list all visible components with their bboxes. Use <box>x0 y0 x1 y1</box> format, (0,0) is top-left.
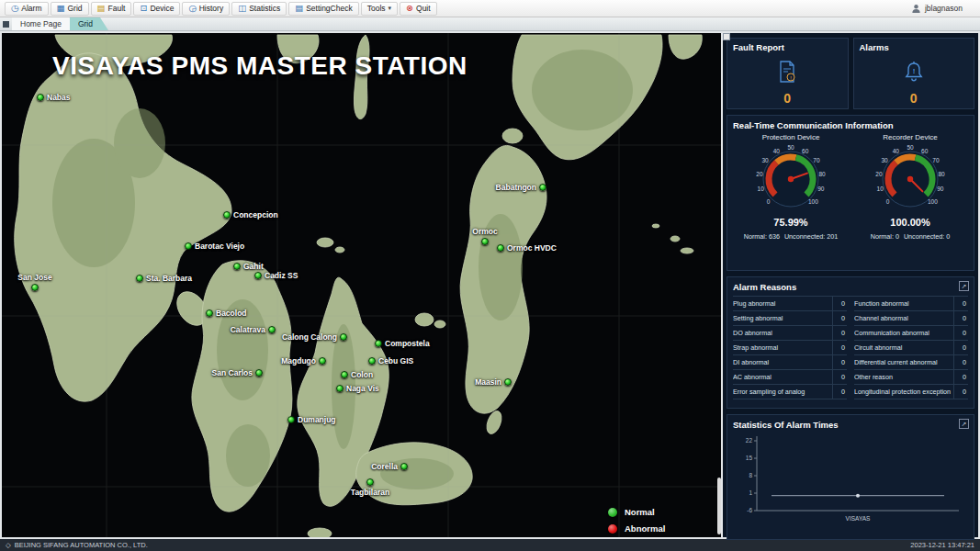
station-label: Babatngon <box>496 183 536 192</box>
toolbar-button-fault[interactable]: ▤Fault <box>91 2 132 16</box>
alarm-reason-label: Error sampling of analog <box>733 385 832 399</box>
station-status-dot <box>185 242 192 250</box>
right-sidebar: Fault Report ! 0 Alarms <box>723 33 978 537</box>
sidebar-splitter-handle[interactable] <box>723 33 730 40</box>
station-status-dot <box>504 378 512 386</box>
station-status-dot <box>340 333 347 341</box>
alarm-reason-row-do-abnormal: DO abnormal0 <box>733 326 847 341</box>
gauge-dial-svg: 0102030405060708090100 <box>739 142 842 216</box>
svg-text:22: 22 <box>746 437 753 444</box>
gauge-unconnected-count: Unconnected: 201 <box>784 232 838 241</box>
tab-grid[interactable]: Grid <box>70 17 108 30</box>
station-label: Compostela <box>385 339 430 348</box>
station-label: Nabas <box>47 93 71 102</box>
map-area[interactable]: VISAYAS PMS MASTER STATION NabasSan Jose… <box>2 33 721 537</box>
statistics-icon: ◫ <box>238 4 246 13</box>
station-status-dot <box>136 275 143 282</box>
realtime-comm-panel: Real-Time Communication Information Prot… <box>727 115 974 271</box>
svg-text:15: 15 <box>746 455 753 461</box>
station-label: Calatrava <box>231 325 265 334</box>
alarm-reason-count: 0 <box>953 311 968 325</box>
svg-text:80: 80 <box>818 171 826 177</box>
fault-report-icon: ! <box>733 52 842 92</box>
gauge-counts: Normal: 636Unconnected: 201 <box>744 232 839 241</box>
svg-text:30: 30 <box>881 157 888 163</box>
station-status-dot <box>366 478 374 486</box>
expand-alarm-reasons-icon[interactable]: ↗ <box>959 281 969 291</box>
station-status-dot <box>223 211 231 219</box>
alarm-reason-row-differential-current-abnormal: Differential current abnormal0 <box>854 355 968 370</box>
alarm-reason-label: Strap abnormal <box>733 341 832 354</box>
alarm-reason-row-other-reason: Other reason0 <box>854 370 968 385</box>
alarm-reasons-column: Plug abnormal0Setting abnormal0DO abnorm… <box>733 297 847 399</box>
toolbar-button-statistics[interactable]: ◫Statistics <box>231 2 287 16</box>
alarm-reason-label: DO abnormal <box>733 326 832 340</box>
alarm-reason-row-di-abnormal: DI abnormal0 <box>733 355 847 370</box>
svg-text:20: 20 <box>875 171 883 177</box>
gauge-device-label: Recorder Device <box>883 133 938 141</box>
svg-text:60: 60 <box>921 148 929 154</box>
pms-application: ◷Alarm▦Grid▤Fault⊡Device◶History◫Statist… <box>0 0 980 551</box>
expand-alarm-statistics-icon[interactable]: ↗ <box>959 419 969 429</box>
svg-text:100: 100 <box>928 198 938 205</box>
user-menu[interactable]: jblagnason <box>911 4 975 14</box>
realtime-comm-title: Real-Time Communication Information <box>733 120 968 130</box>
toolbar-button-tools[interactable]: Tools▾ <box>361 2 398 16</box>
map-legend: NormalAbnormal <box>608 507 665 534</box>
toolbar-button-history[interactable]: ◶History <box>182 2 230 16</box>
fault-report-card[interactable]: Fault Report ! 0 <box>727 38 849 109</box>
alarm-times-chart-box: 221581-6VISAYAS <box>733 432 968 534</box>
toolbar-button-alarm[interactable]: ◷Alarm <box>5 2 49 16</box>
toolbar-button-label: SettingCheck <box>306 4 353 13</box>
legend-normal-dot <box>608 508 617 517</box>
alarm-icon: ◷ <box>11 4 18 13</box>
alarms-card[interactable]: Alarms ! 0 <box>853 38 975 109</box>
station-label: San Carlos <box>212 368 253 377</box>
alarm-reason-count: 0 <box>832 370 847 384</box>
tab-home-page[interactable]: Home Page <box>12 17 77 30</box>
alarm-reason-label: AC abnormal <box>733 370 832 384</box>
station-label: San Jose <box>17 273 51 282</box>
legend-label: Normal <box>625 507 655 517</box>
grid-icon: ▦ <box>57 4 65 13</box>
alarm-reason-label: Channel abnormal <box>854 311 953 325</box>
alarm-reason-label: Circuit abnormal <box>854 341 953 354</box>
toolbar-button-quit[interactable]: ⊗Quit <box>400 2 437 16</box>
alarm-reasons-grid: Plug abnormal0Setting abnormal0DO abnorm… <box>733 296 968 399</box>
map-scrollbar[interactable] <box>717 478 721 534</box>
alarm-reason-count: 0 <box>832 341 847 354</box>
station-label: Naga Vis <box>346 384 379 393</box>
alarm-reason-row-error-sampling-of-analog: Error sampling of analog0 <box>733 385 847 399</box>
toolbar-button-settingcheck[interactable]: ▤SettingCheck <box>288 2 359 16</box>
station-label: Ormoc <box>472 227 497 236</box>
fault-report-title: Fault Report <box>733 42 842 52</box>
svg-text:60: 60 <box>802 148 809 154</box>
toolbar-button-grid[interactable]: ▦Grid <box>51 2 89 16</box>
toolbar-button-label: History <box>199 4 223 13</box>
station-status-dot <box>481 238 489 245</box>
alarm-reasons-title: Alarm Reasons <box>733 282 968 292</box>
summary-cards: Fault Report ! 0 Alarms <box>727 38 974 109</box>
alarm-reason-count: 0 <box>953 370 968 384</box>
station-status-dot <box>497 244 504 252</box>
station-label: Barotac Viejo <box>195 242 244 251</box>
alarm-times-chart: 221581-6VISAYAS <box>733 432 970 531</box>
legend-item-normal: Normal <box>608 507 665 517</box>
alarms-count: 0 <box>860 92 969 105</box>
station-status-dot <box>341 371 348 378</box>
alarm-reason-count: 0 <box>953 341 968 354</box>
gauge-dial: 0102030405060708090100 <box>859 142 962 219</box>
alarm-reason-row-longitudinal-protection-exception: Longitudinal protection exception0 <box>854 385 968 399</box>
alarm-reasons-panel: Alarm Reasons ↗ Plug abnormal0Setting ab… <box>727 276 974 409</box>
svg-text:30: 30 <box>761 157 769 163</box>
gauge-normal-count: Normal: 636 <box>744 232 780 241</box>
legend-abnormal-dot <box>608 524 617 534</box>
station-status-dot <box>31 284 39 291</box>
toolbar-button-label: Quit <box>416 4 431 13</box>
alarm-reason-label: Plug abnormal <box>733 297 832 310</box>
station-label: Colon <box>351 370 373 379</box>
chevron-down-icon: ▾ <box>389 5 392 12</box>
station-status-dot <box>255 369 263 377</box>
toolbar-button-device[interactable]: ⊡Device <box>133 2 180 16</box>
station-status-dot <box>268 326 276 333</box>
